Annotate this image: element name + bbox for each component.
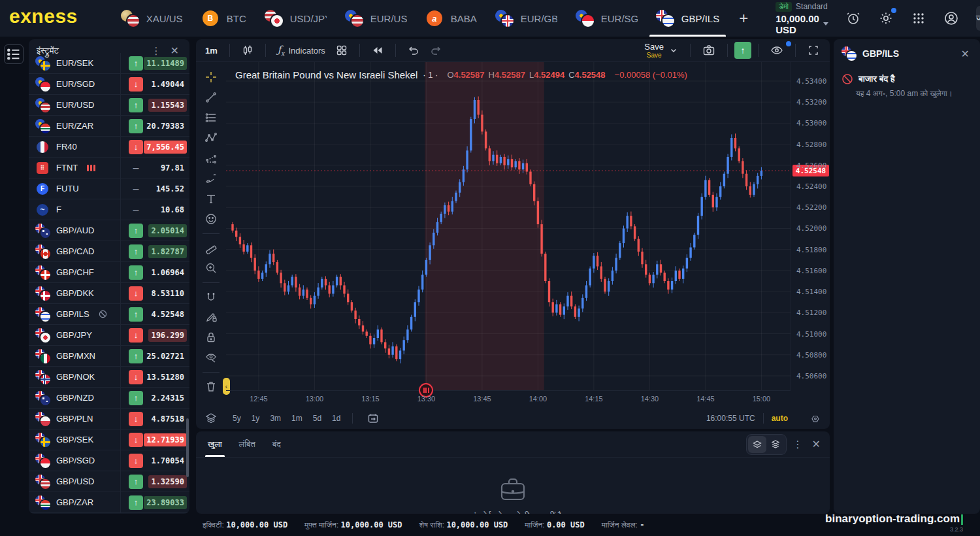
stacked-view-icon[interactable] xyxy=(766,436,785,453)
range-5y[interactable]: 5y xyxy=(229,412,245,425)
tab-eur-sgd[interactable]: EUR/SGD xyxy=(566,0,647,37)
layout-grid-icon[interactable] xyxy=(331,44,353,56)
instrument-row-fr40[interactable]: FR40↓7,556.45 xyxy=(29,137,189,158)
instrument-row-gbp-sek[interactable]: GBP/SEK↓12.71939 xyxy=(29,429,189,450)
settings-gear-icon[interactable] xyxy=(878,10,894,26)
price-axis[interactable]: 4.52548 4.534004.532004.530004.528004.52… xyxy=(791,62,830,390)
tab-xau-usd[interactable]: XAU/USD xyxy=(112,0,192,37)
positions-kebab-icon[interactable]: ⋮ xyxy=(787,439,809,450)
instrument-row-gbp-nzd[interactable]: GBP/NZD↑2.24315 xyxy=(29,388,189,409)
range-3m[interactable]: 3m xyxy=(266,412,285,425)
object-tree-icon[interactable] xyxy=(205,412,217,424)
flat-view-icon[interactable] xyxy=(748,436,766,453)
instrument-symbol: GBP/JPY xyxy=(56,330,92,340)
visibility-eye-icon[interactable] xyxy=(765,44,789,57)
fib-lines-tool-icon[interactable] xyxy=(201,108,221,127)
candle-style-icon[interactable] xyxy=(237,44,259,56)
tab-gbp-ils[interactable]: GBP/ILS xyxy=(647,0,728,37)
range-1d[interactable]: 1d xyxy=(328,412,344,425)
instrument-row-gbp-sgd[interactable]: GBP/SGD↓1.70054 xyxy=(29,450,189,471)
up-arrow-chip: ↑ xyxy=(129,307,143,322)
tab-usd-jpy[interactable]: USD/JPY xyxy=(255,0,336,37)
utc-clock[interactable]: 16:00:55 UTC xyxy=(706,414,755,423)
range-5d[interactable]: 5d xyxy=(309,412,325,425)
profile-icon[interactable] xyxy=(943,10,959,26)
instrument-row-gbp-pln[interactable]: GBP/PLN↓4.87518 xyxy=(29,409,189,429)
forecast-tool-icon[interactable] xyxy=(201,148,221,168)
add-tab-button[interactable]: + xyxy=(728,9,759,27)
chart-canvas[interactable]: ‹ xyxy=(226,62,791,390)
lock-tool-icon[interactable] xyxy=(201,327,221,347)
measure-tool-icon[interactable] xyxy=(201,238,221,258)
save-chevron-icon[interactable] xyxy=(664,46,683,55)
instrument-row-gbp-nok[interactable]: GBP/NOK↓13.51280 xyxy=(29,367,189,388)
delete-tool-icon[interactable] xyxy=(201,377,221,396)
magnet-tool-icon[interactable] xyxy=(201,287,221,307)
instrument-symbol: FR40 xyxy=(56,142,77,152)
positions-tab-2[interactable]: बंद xyxy=(272,431,281,457)
drawing-mode-tool-icon[interactable] xyxy=(201,307,221,327)
goto-date-icon[interactable] xyxy=(367,412,379,424)
tab-baba[interactable]: BABA xyxy=(416,0,486,37)
za-flag-icon xyxy=(41,500,50,510)
timeframe-button[interactable]: 1m xyxy=(196,46,223,56)
flag-pair-icon xyxy=(35,244,51,260)
time-axis-label: 14:15 xyxy=(585,395,603,403)
instrument-tabs: XAU/USDBTCUSD/JPYEUR/USDBABAEUR/GBPEUR/S… xyxy=(112,0,728,37)
save-button[interactable]: Save Save xyxy=(644,42,664,59)
instrument-row-gbp-zar[interactable]: GBP/ZAR↑23.89033 xyxy=(29,492,189,513)
emoji-tool-icon[interactable] xyxy=(201,209,221,229)
instrument-row-eur-zar[interactable]: EUR/ZAR↑20.79383 xyxy=(29,116,189,137)
instrument-row-gbp-jpy[interactable]: GBP/JPY↓196.299 xyxy=(29,325,189,346)
instrument-row-gbp-dkk[interactable]: GBP/DKK↓8.53110 xyxy=(29,283,189,304)
fullscreen-icon[interactable] xyxy=(802,44,825,56)
crosshair-tool-icon[interactable] xyxy=(201,67,221,87)
instrument-row-ftnt[interactable]: FTNT–97.81 xyxy=(29,158,189,178)
instruments-list-icon[interactable] xyxy=(4,44,24,64)
instrument-row-gbp-aud[interactable]: GBP/AUD↑2.05014 xyxy=(29,220,189,241)
auto-scale-button[interactable]: auto xyxy=(772,414,788,423)
instrument-row-gbp-usd[interactable]: GBP/USD↑1.32590 xyxy=(29,471,189,492)
fr-icon xyxy=(35,139,51,155)
brush-tool-icon[interactable] xyxy=(201,169,221,188)
instrument-row-gbp-chf[interactable]: GBP/CHF↑1.06964 xyxy=(29,262,189,283)
instrument-row-gbp-cad[interactable]: GBP/CAD↑1.82787 xyxy=(29,241,189,262)
status-value: 10,000.00 USD xyxy=(446,520,508,529)
instrument-row-eur-sek[interactable]: EUR/SEK↑11.11489 xyxy=(29,53,189,74)
range-1y[interactable]: 1y xyxy=(248,412,264,425)
instrument-row-futu[interactable]: FUTU–145.52 xyxy=(29,178,189,199)
undo-icon[interactable] xyxy=(402,44,425,56)
camera-icon[interactable] xyxy=(697,44,721,57)
replay-icon[interactable] xyxy=(367,44,389,56)
indicators-button[interactable]: ƒx Indicators xyxy=(272,44,331,57)
instrument-row-eur-sgd[interactable]: EUR/SGD↓1.49044 xyxy=(29,74,189,95)
sidebar-scrollbar[interactable] xyxy=(186,418,189,477)
positions-tab-0[interactable]: खुला xyxy=(208,431,222,457)
deposit-button[interactable]: जमा xyxy=(976,6,980,31)
apps-grid-icon[interactable] xyxy=(911,10,926,26)
alarm-icon[interactable] xyxy=(845,10,861,26)
pattern-tool-icon[interactable] xyxy=(201,128,221,148)
positions-close-icon[interactable]: ✕ xyxy=(809,438,823,450)
instrument-row-gbp-mxn[interactable]: GBP/MXN↑25.02721 xyxy=(29,346,189,367)
range-1m[interactable]: 1m xyxy=(287,412,306,425)
redo-icon[interactable] xyxy=(425,44,447,56)
time-axis[interactable]: 12:4513:0013:1513:3013:4514:0014:1514:30… xyxy=(226,390,791,407)
status-label: मार्जिन लेवल: xyxy=(602,520,640,529)
instrument-row-gbp-ils[interactable]: GBP/ILS↑4.52548 xyxy=(29,304,189,325)
order-panel-close-icon[interactable]: ✕ xyxy=(958,48,972,60)
zoom-in-tool-icon[interactable] xyxy=(201,258,221,278)
hide-drawings-icon[interactable] xyxy=(201,348,221,367)
instrument-symbol: GBP/AUD xyxy=(56,226,95,235)
instrument-row-f[interactable]: F–10.68 xyxy=(29,199,189,220)
instrument-row-eur-usd[interactable]: EUR/USD↑1.15543 xyxy=(29,95,189,116)
text-tool-icon[interactable] xyxy=(201,189,221,209)
tab-btc[interactable]: BTC xyxy=(192,0,255,37)
positions-tab-1[interactable]: लंबित xyxy=(239,431,255,457)
tab-eur-gbp[interactable]: EUR/GBP xyxy=(486,0,566,37)
fr-flag-icon xyxy=(37,141,48,153)
quick-order-button[interactable]: ↑ xyxy=(734,42,751,59)
account-selector[interactable]: डेमो Standard 10,000.00 USD xyxy=(776,2,828,35)
trend-line-tool-icon[interactable] xyxy=(201,88,221,107)
tab-eur-usd[interactable]: EUR/USD xyxy=(336,0,416,37)
